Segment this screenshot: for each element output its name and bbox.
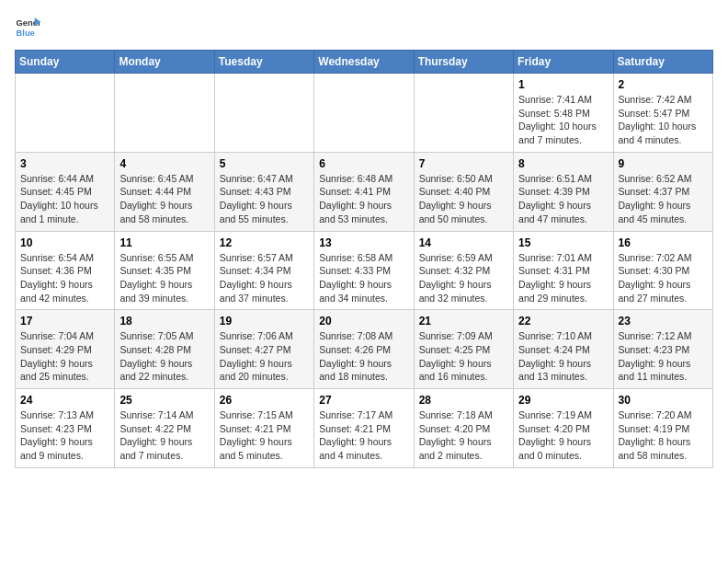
day-number: 1 (518, 78, 608, 91)
calendar-day-cell: 21Sunrise: 7:09 AM Sunset: 4:25 PM Dayli… (414, 310, 513, 389)
day-info: Sunrise: 6:45 AM Sunset: 4:44 PM Dayligh… (119, 172, 209, 226)
calendar-day-cell: 17Sunrise: 7:04 AM Sunset: 4:29 PM Dayli… (16, 310, 115, 389)
calendar-day-cell: 20Sunrise: 7:08 AM Sunset: 4:26 PM Dayli… (314, 310, 414, 389)
weekday-header-cell: Thursday (414, 51, 513, 74)
calendar-day-cell: 10Sunrise: 6:54 AM Sunset: 4:36 PM Dayli… (16, 231, 115, 310)
calendar-day-cell: 7Sunrise: 6:50 AM Sunset: 4:40 PM Daylig… (414, 152, 513, 231)
day-info: Sunrise: 7:06 AM Sunset: 4:27 PM Dayligh… (220, 329, 309, 384)
logo: General Blue (15, 15, 40, 40)
calendar-day-cell: 24Sunrise: 7:13 AM Sunset: 4:23 PM Dayli… (16, 389, 115, 468)
day-number: 19 (220, 315, 309, 327)
calendar-day-cell: 13Sunrise: 6:58 AM Sunset: 4:33 PM Dayli… (314, 231, 414, 310)
calendar-day-cell (414, 74, 513, 153)
day-info: Sunrise: 7:19 AM Sunset: 4:20 PM Dayligh… (518, 408, 608, 463)
day-number: 7 (419, 157, 508, 170)
day-number: 26 (220, 394, 309, 407)
weekday-header-cell: Monday (115, 51, 214, 74)
calendar-day-cell (314, 74, 414, 153)
calendar-day-cell: 14Sunrise: 6:59 AM Sunset: 4:32 PM Dayli… (414, 231, 513, 310)
day-number: 8 (518, 157, 608, 170)
day-number: 18 (119, 315, 209, 327)
day-info: Sunrise: 6:57 AM Sunset: 4:34 PM Dayligh… (220, 251, 309, 305)
day-number: 28 (419, 394, 508, 407)
calendar-day-cell: 15Sunrise: 7:01 AM Sunset: 4:31 PM Dayli… (514, 231, 613, 310)
logo-icon: General Blue (15, 15, 40, 40)
calendar-day-cell: 12Sunrise: 6:57 AM Sunset: 4:34 PM Dayli… (214, 231, 313, 310)
calendar-day-cell: 1Sunrise: 7:41 AM Sunset: 5:48 PM Daylig… (514, 74, 613, 153)
day-number: 22 (518, 315, 608, 327)
calendar-day-cell: 29Sunrise: 7:19 AM Sunset: 4:20 PM Dayli… (514, 389, 613, 468)
day-info: Sunrise: 7:17 AM Sunset: 4:21 PM Dayligh… (319, 408, 408, 463)
day-number: 4 (119, 157, 209, 170)
calendar-day-cell: 23Sunrise: 7:12 AM Sunset: 4:23 PM Dayli… (613, 310, 712, 389)
calendar-day-cell: 26Sunrise: 7:15 AM Sunset: 4:21 PM Dayli… (214, 389, 313, 468)
day-number: 25 (119, 394, 209, 407)
calendar-week-row: 10Sunrise: 6:54 AM Sunset: 4:36 PM Dayli… (16, 231, 713, 310)
day-info: Sunrise: 7:14 AM Sunset: 4:22 PM Dayligh… (119, 408, 209, 463)
day-info: Sunrise: 6:58 AM Sunset: 4:33 PM Dayligh… (319, 251, 408, 305)
calendar-week-row: 17Sunrise: 7:04 AM Sunset: 4:29 PM Dayli… (16, 310, 713, 389)
day-info: Sunrise: 7:09 AM Sunset: 4:25 PM Dayligh… (419, 329, 508, 384)
day-number: 15 (518, 236, 608, 249)
day-info: Sunrise: 6:50 AM Sunset: 4:40 PM Dayligh… (419, 172, 508, 226)
day-number: 23 (619, 315, 708, 327)
day-info: Sunrise: 7:41 AM Sunset: 5:48 PM Dayligh… (518, 93, 608, 147)
calendar-day-cell: 5Sunrise: 6:47 AM Sunset: 4:43 PM Daylig… (214, 152, 313, 231)
calendar-table: SundayMondayTuesdayWednesdayThursdayFrid… (15, 50, 713, 468)
day-number: 2 (619, 78, 708, 91)
day-number: 29 (518, 394, 608, 407)
day-info: Sunrise: 7:15 AM Sunset: 4:21 PM Dayligh… (220, 408, 309, 463)
day-info: Sunrise: 7:18 AM Sunset: 4:20 PM Dayligh… (419, 408, 508, 463)
day-number: 9 (619, 157, 708, 170)
day-info: Sunrise: 7:04 AM Sunset: 4:29 PM Dayligh… (20, 329, 109, 384)
day-info: Sunrise: 6:44 AM Sunset: 4:45 PM Dayligh… (20, 172, 109, 226)
calendar-day-cell: 4Sunrise: 6:45 AM Sunset: 4:44 PM Daylig… (115, 152, 214, 231)
day-info: Sunrise: 6:47 AM Sunset: 4:43 PM Dayligh… (220, 172, 309, 226)
weekday-header-cell: Saturday (613, 51, 712, 74)
calendar-day-cell: 16Sunrise: 7:02 AM Sunset: 4:30 PM Dayli… (613, 231, 712, 310)
day-info: Sunrise: 6:48 AM Sunset: 4:41 PM Dayligh… (319, 172, 408, 226)
day-info: Sunrise: 6:52 AM Sunset: 4:37 PM Dayligh… (619, 172, 708, 226)
day-number: 17 (20, 315, 109, 327)
calendar-day-cell: 6Sunrise: 6:48 AM Sunset: 4:41 PM Daylig… (314, 152, 414, 231)
calendar-day-cell: 30Sunrise: 7:20 AM Sunset: 4:19 PM Dayli… (613, 389, 712, 468)
calendar-day-cell: 27Sunrise: 7:17 AM Sunset: 4:21 PM Dayli… (314, 389, 414, 468)
day-number: 27 (319, 394, 408, 407)
day-info: Sunrise: 6:54 AM Sunset: 4:36 PM Dayligh… (20, 251, 109, 305)
day-number: 10 (20, 236, 109, 249)
calendar-body: 1Sunrise: 7:41 AM Sunset: 5:48 PM Daylig… (16, 74, 713, 468)
day-info: Sunrise: 7:08 AM Sunset: 4:26 PM Dayligh… (319, 329, 408, 384)
weekday-header-cell: Wednesday (314, 51, 414, 74)
weekday-header-cell: Sunday (16, 51, 115, 74)
calendar-day-cell (214, 74, 313, 153)
day-number: 16 (619, 236, 708, 249)
day-info: Sunrise: 7:42 AM Sunset: 5:47 PM Dayligh… (619, 93, 708, 147)
calendar-day-cell: 22Sunrise: 7:10 AM Sunset: 4:24 PM Dayli… (514, 310, 613, 389)
weekday-header-row: SundayMondayTuesdayWednesdayThursdayFrid… (16, 51, 713, 74)
day-info: Sunrise: 7:13 AM Sunset: 4:23 PM Dayligh… (20, 408, 109, 463)
calendar-day-cell: 25Sunrise: 7:14 AM Sunset: 4:22 PM Dayli… (115, 389, 214, 468)
day-info: Sunrise: 6:51 AM Sunset: 4:39 PM Dayligh… (518, 172, 608, 226)
day-info: Sunrise: 6:55 AM Sunset: 4:35 PM Dayligh… (119, 251, 209, 305)
day-info: Sunrise: 7:20 AM Sunset: 4:19 PM Dayligh… (619, 408, 708, 463)
day-info: Sunrise: 7:10 AM Sunset: 4:24 PM Dayligh… (518, 329, 608, 384)
day-number: 3 (20, 157, 109, 170)
svg-text:Blue: Blue (17, 29, 35, 38)
day-info: Sunrise: 6:59 AM Sunset: 4:32 PM Dayligh… (419, 251, 508, 305)
day-number: 12 (220, 236, 309, 249)
calendar-day-cell: 3Sunrise: 6:44 AM Sunset: 4:45 PM Daylig… (16, 152, 115, 231)
calendar-day-cell (16, 74, 115, 153)
day-number: 24 (20, 394, 109, 407)
weekday-header-cell: Friday (514, 51, 613, 74)
calendar-day-cell: 8Sunrise: 6:51 AM Sunset: 4:39 PM Daylig… (514, 152, 613, 231)
day-number: 5 (220, 157, 309, 170)
weekday-header-cell: Tuesday (214, 51, 313, 74)
day-info: Sunrise: 7:12 AM Sunset: 4:23 PM Dayligh… (619, 329, 708, 384)
calendar-day-cell: 9Sunrise: 6:52 AM Sunset: 4:37 PM Daylig… (613, 152, 712, 231)
day-number: 21 (419, 315, 508, 327)
calendar-day-cell: 19Sunrise: 7:06 AM Sunset: 4:27 PM Dayli… (214, 310, 313, 389)
day-number: 14 (419, 236, 508, 249)
day-number: 20 (319, 315, 408, 327)
day-info: Sunrise: 7:05 AM Sunset: 4:28 PM Dayligh… (119, 329, 209, 384)
calendar-day-cell: 18Sunrise: 7:05 AM Sunset: 4:28 PM Dayli… (115, 310, 214, 389)
